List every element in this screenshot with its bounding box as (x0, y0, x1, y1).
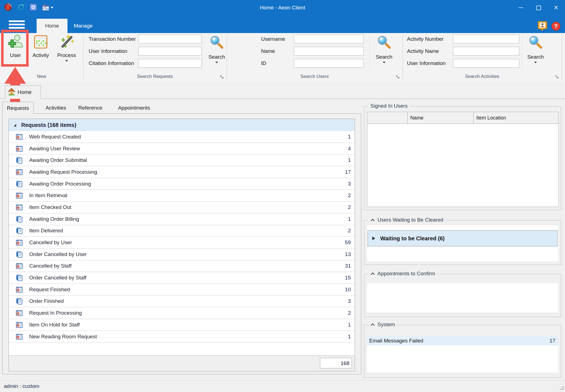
search-users-dropdown-icon[interactable] (383, 62, 385, 63)
activity-name-label: Activity Name (407, 47, 439, 56)
svg-text:A: A (17, 324, 19, 327)
request-document-icon: A (15, 262, 23, 270)
column-blank[interactable] (367, 112, 408, 124)
resize-grip-icon[interactable] (560, 386, 564, 391)
close-button[interactable]: ✕ (547, 0, 565, 15)
tab-activities[interactable]: Activities (41, 102, 71, 114)
username-input[interactable] (294, 35, 364, 43)
request-queue-row[interactable]: Order Finished 3 (9, 296, 355, 307)
ribbon-tab-home[interactable]: Home (37, 19, 67, 33)
svg-text:A: A (17, 312, 19, 315)
activity-user-information-input[interactable] (453, 59, 519, 68)
queue-count: 31 (345, 263, 351, 269)
search-activities-button[interactable]: Search (524, 35, 547, 69)
waiting-to-be-cleared-row[interactable]: Waiting to be Cleared (6) (368, 230, 558, 246)
request-queue-row[interactable]: A New Reading Room Request 1 (9, 331, 355, 343)
search-requests-dropdown-icon[interactable] (215, 62, 218, 63)
title-bar: Home - Aeon Client ✕ (0, 0, 565, 15)
id-label: ID (261, 59, 266, 68)
request-queue-row[interactable]: Awaiting Order Submittal 1 (9, 154, 355, 166)
svg-text:A: A (17, 289, 19, 292)
new-process-label: Process (57, 52, 76, 58)
help-icon[interactable]: ? (551, 21, 561, 32)
request-queue-row[interactable]: Awaiting Order Processing 3 (9, 178, 355, 190)
pin-note-icon[interactable] (537, 21, 547, 32)
tab-reference[interactable]: Reference (75, 102, 106, 114)
signed-in-users-header: Name Item Location (367, 112, 558, 124)
new-process-button[interactable]: Process (54, 34, 79, 69)
request-document-icon: A (15, 321, 23, 329)
queue-label: Awaiting Order Billing (29, 216, 79, 222)
request-queue-row[interactable]: A Request Finished 10 (9, 284, 355, 296)
status-user: admin : custom (4, 381, 39, 392)
collapse-chevron-icon[interactable] (370, 323, 375, 326)
queue-label: Order Cancelled by Staff (29, 275, 86, 281)
request-queue-row[interactable]: A Web Request Created 1 (9, 131, 355, 143)
id-input[interactable] (294, 59, 364, 68)
document-tab-home-label: Home (18, 89, 32, 95)
request-document-icon: A (15, 333, 23, 341)
order-document-icon (15, 251, 23, 258)
queue-label: Order Finished (29, 298, 64, 304)
search-users-button[interactable]: Search (372, 35, 396, 69)
request-queue-row[interactable]: A Cancelled by Staff 31 (9, 260, 355, 272)
new-process-dropdown-icon[interactable] (65, 60, 68, 62)
citation-information-label: Citation Information (89, 59, 134, 68)
search-requests-button[interactable]: Search (205, 35, 229, 69)
tab-requests[interactable]: Requests (2, 102, 34, 114)
requests-group-header[interactable]: Requests (168 items) (9, 119, 355, 131)
maximize-button[interactable] (530, 0, 547, 15)
system-body (367, 345, 558, 372)
appointments-title: Appointments to Confirm (377, 271, 435, 277)
collapse-chevron-icon[interactable] (370, 272, 375, 275)
queue-label: Order Cancelled by User (29, 251, 87, 257)
main-menu-button[interactable] (9, 20, 25, 29)
minimize-button[interactable] (512, 0, 530, 15)
search-users-launcher-icon[interactable] (396, 75, 400, 79)
search-activities-launcher-icon[interactable] (555, 75, 559, 79)
transaction-number-input[interactable] (138, 35, 202, 43)
collapse-chevron-icon[interactable] (370, 219, 375, 222)
request-document-icon: A (15, 286, 23, 293)
column-name[interactable]: Name (408, 112, 474, 124)
request-queue-row[interactable]: A In Item Retrieval 2 (9, 190, 355, 202)
new-activity-button[interactable]: Activity (29, 34, 53, 69)
request-queue-row[interactable]: A Item Checked Out 2 (9, 202, 355, 213)
window-controls: ✕ (512, 0, 565, 15)
users-waiting-box: Users Waiting to Be Cleared Waiting to b… (364, 220, 561, 265)
tab-appointments[interactable]: Appointments (113, 102, 155, 114)
requests-list: Requests (168 items) A Web Request Creat… (9, 119, 355, 371)
name-input[interactable] (294, 47, 364, 56)
signed-in-users-box: Signed In Users Name Item Location (364, 106, 561, 210)
request-queue-row[interactable]: Item Delivered 2 (9, 225, 355, 237)
group-label-search-users: Search Users (227, 74, 403, 80)
search-activities-dropdown-icon[interactable] (534, 62, 537, 63)
activity-number-input[interactable] (453, 35, 519, 43)
ribbon-tab-manage[interactable]: Manage (69, 19, 97, 33)
request-queue-row[interactable]: A Cancelled by User 59 (9, 237, 355, 249)
document-tab-home[interactable]: Home (5, 85, 41, 99)
search-requests-launcher-icon[interactable] (220, 75, 224, 79)
request-user-information-input[interactable] (138, 47, 202, 56)
request-queue-row[interactable]: A Request In Processing 2 (9, 307, 355, 319)
email-messages-failed-row[interactable]: Email Messages Failed 17 (367, 336, 558, 345)
request-queue-row[interactable]: A Item On Hold for Staff 1 (9, 319, 355, 331)
request-queue-row[interactable]: Awaiting Order Billing 1 (9, 213, 355, 225)
request-queue-row[interactable]: Order Cancelled by User 13 (9, 249, 355, 260)
activity-name-input[interactable] (453, 47, 519, 56)
svg-text:A: A (17, 207, 19, 209)
queue-label: New Reading Room Request (29, 334, 97, 340)
queue-label: Awaiting User Review (29, 146, 80, 152)
new-activity-label: Activity (32, 52, 49, 58)
queue-label: Awaiting Request Processing (29, 169, 97, 175)
requests-group-title: Requests (168 items) (21, 122, 76, 128)
column-item-location[interactable]: Item Location (474, 112, 558, 124)
request-queue-row[interactable]: Order Cancelled by Staff 15 (9, 272, 355, 284)
queue-label: Request Finished (29, 287, 70, 293)
request-queue-row[interactable]: A Awaiting Request Processing 17 (9, 166, 355, 178)
new-user-button[interactable]: User (3, 34, 28, 69)
citation-information-input[interactable] (138, 59, 202, 68)
request-queue-row[interactable]: A Awaiting User Review 4 (9, 143, 355, 155)
request-user-information-label: User Information (89, 47, 127, 56)
svg-text:A: A (17, 265, 19, 268)
